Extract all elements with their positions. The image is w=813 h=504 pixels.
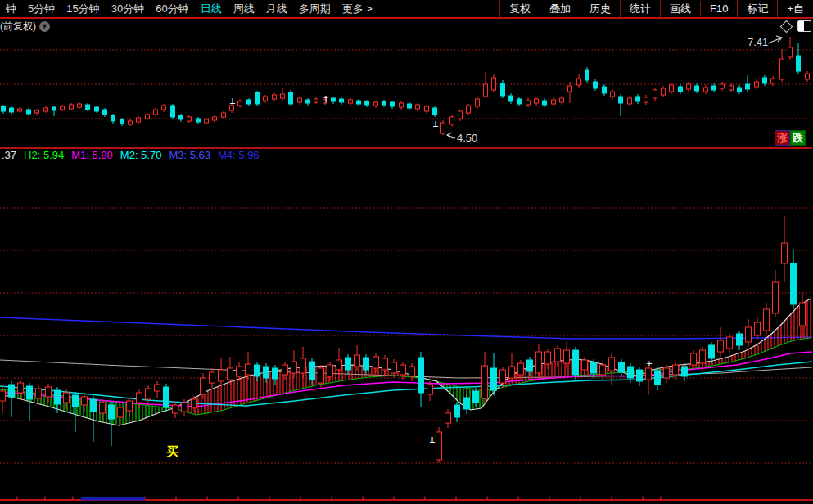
svg-text:4.50: 4.50 <box>457 132 477 144</box>
adjust-mode-label: (前复权) <box>0 20 36 34</box>
svg-text:⊥: ⊥ <box>430 434 436 445</box>
indicator-values-row: .37H2: 5.94M1: 5.80M2: 5.70M3: 5.63M4: 5… <box>2 150 260 160</box>
period-tabs: 钟5分钟15分钟30分钟60分钟日线周线月线多周期更多 > <box>0 0 378 18</box>
svg-text:7.41: 7.41 <box>748 36 768 48</box>
toolbar-button-2[interactable]: 历史 <box>580 0 620 18</box>
indicator-value-2: M1: 5.80 <box>71 150 113 160</box>
period-tab-6[interactable]: 周线 <box>228 0 260 18</box>
timeline-scrollbar[interactable] <box>0 496 813 504</box>
toolbar-button-6[interactable]: 标记 <box>737 0 777 18</box>
toolbar-button-4[interactable]: 画线 <box>660 0 700 18</box>
overview-chart[interactable]: ⊥†⊥7.414.50 <box>0 33 813 150</box>
indicator-value-0: .37 <box>2 150 16 160</box>
indicator-value-4: M3: 5.63 <box>169 150 210 160</box>
subheader: (前复权) ▼ <box>0 20 813 33</box>
indicator-value-1: H2: 5.94 <box>24 150 64 160</box>
rise-label[interactable]: 涨 <box>775 130 790 146</box>
fall-label[interactable]: 跌 <box>790 130 806 146</box>
toolbar-button-1[interactable]: 叠加 <box>540 0 580 18</box>
main-chart[interactable]: ⊥+买 <box>0 160 813 496</box>
toolbar-button-7[interactable]: +自 <box>777 0 813 18</box>
period-tab-8[interactable]: 多周期 <box>293 0 336 18</box>
stock-chart-app: { "toolbar": { "periods": ["钟", "5分钟", "… <box>0 0 813 504</box>
layout-toggle-icon[interactable] <box>797 20 811 32</box>
period-tab-7[interactable]: 月线 <box>260 0 293 18</box>
period-tab-2[interactable]: 15分钟 <box>61 0 105 18</box>
rise-fall-toggle[interactable]: 涨 跌 <box>775 130 806 146</box>
period-tab-5[interactable]: 日线 <box>195 0 228 18</box>
period-tab-1[interactable]: 5分钟 <box>22 0 61 18</box>
toolbar-button-0[interactable]: 复权 <box>499 0 540 18</box>
period-tab-3[interactable]: 30分钟 <box>106 0 150 18</box>
indicator-value-3: M2: 5.70 <box>120 150 162 160</box>
period-tab-4[interactable]: 60分钟 <box>150 0 194 18</box>
toolbar: 钟5分钟15分钟30分钟60分钟日线周线月线多周期更多 > 复权叠加历史统计画线… <box>0 0 813 19</box>
indicator-value-5: M4: 5.96 <box>218 150 260 160</box>
svg-text:+: + <box>647 358 653 369</box>
toolbar-button-5[interactable]: F10 <box>700 1 737 16</box>
svg-text:买: 买 <box>166 444 178 458</box>
svg-text:†: † <box>323 94 329 105</box>
chevron-down-icon[interactable]: ▼ <box>39 21 50 32</box>
toolbar-button-3[interactable]: 统计 <box>620 0 660 18</box>
svg-text:⊥: ⊥ <box>230 96 236 106</box>
toolbar-buttons: 复权叠加历史统计画线F10标记+自 <box>499 0 813 18</box>
period-tab-9[interactable]: 更多 > <box>336 0 378 18</box>
period-tab-0[interactable]: 钟 <box>0 0 22 18</box>
svg-text:⊥: ⊥ <box>433 119 439 129</box>
diamond-icon[interactable] <box>780 20 793 33</box>
